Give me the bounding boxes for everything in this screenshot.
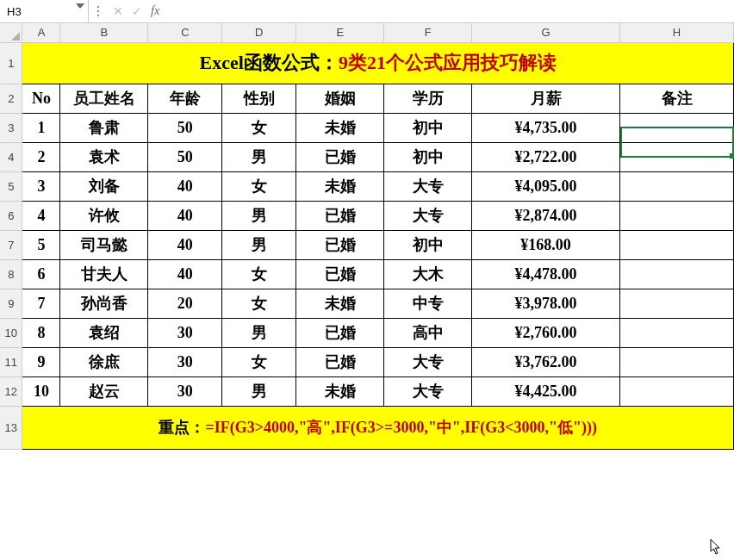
cell-name[interactable]: 徐庶 <box>60 347 148 376</box>
cell-marriage[interactable]: 已婚 <box>296 142 384 171</box>
row-header[interactable]: 9 <box>0 289 22 318</box>
cell-remark[interactable] <box>620 347 734 376</box>
col-header[interactable]: G <box>472 23 620 42</box>
footer-banner[interactable]: 重点：=IF(G3>4000,"高",IF(G3>=3000,"中",IF(G3… <box>22 406 734 449</box>
cell-marriage[interactable]: 已婚 <box>296 230 384 259</box>
cell-name[interactable]: 司马懿 <box>60 230 148 259</box>
cell-salary[interactable]: ¥168.00 <box>472 230 620 259</box>
cell-edu[interactable]: 大木 <box>384 259 472 289</box>
cell-age[interactable]: 30 <box>148 376 222 406</box>
cell-edu[interactable]: 高中 <box>384 318 472 347</box>
header-remark[interactable]: 备注 <box>620 84 734 113</box>
cell-gender[interactable]: 男 <box>222 318 296 347</box>
cell-salary[interactable]: ¥4,425.00 <box>472 376 620 406</box>
row-header[interactable]: 13 <box>0 406 22 449</box>
cell-salary[interactable]: ¥4,478.00 <box>472 259 620 289</box>
fx-icon[interactable]: fx <box>151 5 159 17</box>
row-header[interactable]: 12 <box>0 376 22 406</box>
header-gender[interactable]: 性别 <box>222 84 296 113</box>
title-banner[interactable]: Excel函数公式：9类21个公式应用技巧解读 <box>22 42 734 84</box>
cell-edu[interactable]: 大专 <box>384 201 472 230</box>
cell-edu[interactable]: 中专 <box>384 289 472 318</box>
cell-remark[interactable] <box>620 289 734 318</box>
col-header[interactable]: D <box>222 23 296 42</box>
worksheet[interactable]: A B C D E F G H 1 Excel函数公式：9类21个公式应用技巧解… <box>0 23 734 560</box>
cell-salary[interactable]: ¥3,762.00 <box>472 347 620 376</box>
header-age[interactable]: 年龄 <box>148 84 222 113</box>
cell-marriage[interactable]: 已婚 <box>296 347 384 376</box>
header-marriage[interactable]: 婚姻 <box>296 84 384 113</box>
cell-marriage[interactable]: 已婚 <box>296 201 384 230</box>
cell-gender[interactable]: 男 <box>222 376 296 406</box>
col-header[interactable]: B <box>60 23 148 42</box>
cell-salary[interactable]: ¥2,722.00 <box>472 142 620 171</box>
cell-no[interactable]: 7 <box>22 289 60 318</box>
row-header[interactable]: 2 <box>0 84 22 113</box>
cell-age[interactable]: 50 <box>148 113 222 142</box>
cell-age[interactable]: 40 <box>148 230 222 259</box>
header-salary[interactable]: 月薪 <box>472 84 620 113</box>
cell-edu[interactable]: 初中 <box>384 142 472 171</box>
cell-gender[interactable]: 女 <box>222 289 296 318</box>
cell-no[interactable]: 4 <box>22 201 60 230</box>
col-header[interactable]: E <box>296 23 384 42</box>
cell-salary[interactable]: ¥4,095.00 <box>472 171 620 201</box>
cell-marriage[interactable]: 未婚 <box>296 113 384 142</box>
row-header[interactable]: 7 <box>0 230 22 259</box>
row-header[interactable]: 3 <box>0 113 22 142</box>
cell-age[interactable]: 30 <box>148 347 222 376</box>
cell-remark[interactable] <box>620 171 734 201</box>
name-box-dropdown-icon[interactable] <box>76 3 84 9</box>
cell-name[interactable]: 甘夫人 <box>60 259 148 289</box>
cell-remark[interactable] <box>620 259 734 289</box>
cell-salary[interactable]: ¥2,760.00 <box>472 318 620 347</box>
cell-age[interactable]: 40 <box>148 259 222 289</box>
cell-no[interactable]: 3 <box>22 171 60 201</box>
cell-marriage[interactable]: 未婚 <box>296 376 384 406</box>
cell-edu[interactable]: 大专 <box>384 376 472 406</box>
cell-name[interactable]: 孙尚香 <box>60 289 148 318</box>
cell-name[interactable]: 赵云 <box>60 376 148 406</box>
cell-gender[interactable]: 男 <box>222 201 296 230</box>
cell-no[interactable]: 5 <box>22 230 60 259</box>
cell-name[interactable]: 袁术 <box>60 142 148 171</box>
cell-no[interactable]: 1 <box>22 113 60 142</box>
cell-gender[interactable]: 女 <box>222 171 296 201</box>
name-box-input[interactable] <box>5 4 60 19</box>
name-box[interactable] <box>0 0 89 22</box>
cell-age[interactable]: 30 <box>148 318 222 347</box>
row-header[interactable]: 5 <box>0 171 22 201</box>
cell-gender[interactable]: 男 <box>222 230 296 259</box>
cell-remark[interactable] <box>620 230 734 259</box>
cell-salary[interactable]: ¥2,874.00 <box>472 201 620 230</box>
cell-gender[interactable]: 女 <box>222 113 296 142</box>
cell-remark[interactable] <box>620 201 734 230</box>
cell-remark[interactable] <box>620 142 734 171</box>
cell-remark[interactable] <box>620 376 734 406</box>
row-header[interactable]: 6 <box>0 201 22 230</box>
cell-no[interactable]: 10 <box>22 376 60 406</box>
cell-name[interactable]: 许攸 <box>60 201 148 230</box>
col-header[interactable]: A <box>22 23 60 42</box>
cell-marriage[interactable]: 已婚 <box>296 318 384 347</box>
cell-marriage[interactable]: 已婚 <box>296 259 384 289</box>
col-header[interactable]: H <box>620 23 734 42</box>
cell-marriage[interactable]: 未婚 <box>296 289 384 318</box>
cell-age[interactable]: 40 <box>148 201 222 230</box>
cell-no[interactable]: 9 <box>22 347 60 376</box>
cell-name[interactable]: 刘备 <box>60 171 148 201</box>
header-no[interactable]: No <box>22 84 60 113</box>
cell-no[interactable]: 6 <box>22 259 60 289</box>
cell-salary[interactable]: ¥4,735.00 <box>472 113 620 142</box>
cell-age[interactable]: 50 <box>148 142 222 171</box>
row-header[interactable]: 10 <box>0 318 22 347</box>
cell-name[interactable]: 鲁肃 <box>60 113 148 142</box>
select-all-corner[interactable] <box>0 23 22 42</box>
cell-edu[interactable]: 大专 <box>384 171 472 201</box>
cell-no[interactable]: 2 <box>22 142 60 171</box>
cell-edu[interactable]: 大专 <box>384 347 472 376</box>
header-edu[interactable]: 学历 <box>384 84 472 113</box>
cell-age[interactable]: 40 <box>148 171 222 201</box>
col-header[interactable]: F <box>384 23 472 42</box>
cell-salary[interactable]: ¥3,978.00 <box>472 289 620 318</box>
